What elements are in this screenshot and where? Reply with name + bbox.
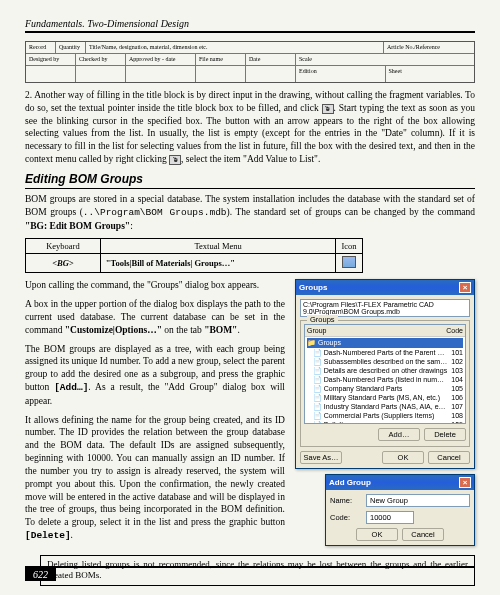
tree-row[interactable]: 📄 Industry Standard Parts (NAS, AIA, etc… — [307, 402, 463, 411]
cmd-menu: "Tools|Bill of Materials| Groups…" — [106, 258, 235, 268]
page-footer: 622 — [25, 566, 475, 581]
addgroup-ok-button[interactable]: OK — [356, 528, 398, 541]
mouse-icon: 🖱 — [322, 104, 334, 114]
cmd-col-keyboard: Keyboard — [26, 239, 101, 254]
page-number: 622 — [25, 568, 56, 581]
page-header: Fundamentals. Two-Dimensional Design — [25, 18, 475, 33]
paragraph-6: It allows defining the name for the grou… — [25, 414, 285, 543]
addgroup-cancel-button[interactable]: Cancel — [402, 528, 444, 541]
close-icon[interactable]: × — [459, 477, 471, 488]
cmd-col-icon: Icon — [336, 239, 362, 254]
tb-edition: Edition — [296, 66, 386, 82]
groups-box-label: Groups — [307, 315, 338, 324]
tree-row[interactable]: 📄 Bulk Items109 — [307, 420, 463, 424]
name-label: Name: — [330, 496, 362, 505]
code-label: Code: — [330, 513, 362, 522]
paragraph-2: BOM groups are stored in a special datab… — [25, 193, 475, 232]
groups-dialog: Groups × C:\Program Files\T-FLEX Paramet… — [295, 279, 475, 469]
groups-command-icon — [342, 256, 356, 268]
tb-record: Record — [26, 42, 56, 54]
delete-button[interactable]: Delete — [424, 428, 466, 441]
tree-row[interactable]: 📄 Details are described on other drawing… — [307, 366, 463, 375]
groups-tree[interactable]: Group Code 📁 Groups 📄 Dash-Numbered Part… — [304, 324, 466, 424]
add-group-dialog-title: Add Group — [329, 478, 371, 487]
tb-checked: Checked by — [76, 54, 126, 66]
tb-quantity: Quantity — [56, 42, 86, 54]
paragraph-1: 2. Another way of filling in the title b… — [25, 89, 475, 166]
tree-row[interactable]: 📄 Commercial Parts (Suppliers Items)108 — [307, 411, 463, 420]
tree-row[interactable]: 📄 Dash-Numbered Parts of the Parent Draw… — [307, 348, 463, 357]
add-group-dialog: Add Group × Name: New Group Code: 10000 … — [325, 474, 475, 546]
tree-row[interactable]: 📄 Dash-Numbered Parts (listed in numeric… — [307, 375, 463, 384]
groups-dialog-title: Groups — [299, 283, 327, 292]
tree-row[interactable]: 📁 Groups — [307, 338, 463, 347]
tree-row[interactable]: 📄 Company Standard Parts105 — [307, 384, 463, 393]
cmd-col-menu: Textual Menu — [100, 239, 336, 254]
paragraph-3: Upon calling the command, the "Groups" d… — [25, 279, 285, 292]
code-field[interactable]: 10000 — [366, 511, 414, 524]
section-heading: Editing BOM Groups — [25, 172, 475, 189]
cmd-keyboard: <BG> — [52, 258, 74, 268]
ok-button[interactable]: OK — [382, 451, 424, 464]
add-button[interactable]: Add… — [378, 428, 420, 441]
save-as-button[interactable]: Save As… — [300, 451, 342, 464]
name-field[interactable]: New Group — [366, 494, 470, 507]
tb-approved: Approved by - date — [126, 54, 196, 66]
tb-main: Title/Name, designation, material, dimen… — [86, 42, 384, 54]
close-icon[interactable]: × — [459, 282, 471, 293]
tree-col-group: Group — [307, 326, 326, 335]
tree-row[interactable]: 📄 Military Standard Parts (MS, AN, etc.)… — [307, 393, 463, 402]
mouse-icon-2: 🖱 — [169, 155, 181, 165]
tb-sheet: Sheet — [386, 66, 475, 82]
paragraph-4: A box in the upper portion of the dialog… — [25, 298, 285, 336]
tb-date: Date — [246, 54, 296, 66]
tb-designed: Designed by — [26, 54, 76, 66]
tb-article: Article No./Reference — [384, 42, 474, 54]
cancel-button[interactable]: Cancel — [428, 451, 470, 464]
paragraph-5: The BOM groups are displayed as a tree, … — [25, 343, 285, 408]
command-table: Keyboard Textual Menu Icon <BG> "Tools|B… — [25, 238, 363, 273]
tb-scale: Scale — [296, 54, 474, 66]
title-block-table: Record Quantity Title/Name, designation,… — [25, 41, 475, 83]
tb-file: File name — [196, 54, 246, 66]
tree-col-code: Code — [446, 326, 463, 335]
tree-row[interactable]: 📄 Subassemblies described on the same dr… — [307, 357, 463, 366]
